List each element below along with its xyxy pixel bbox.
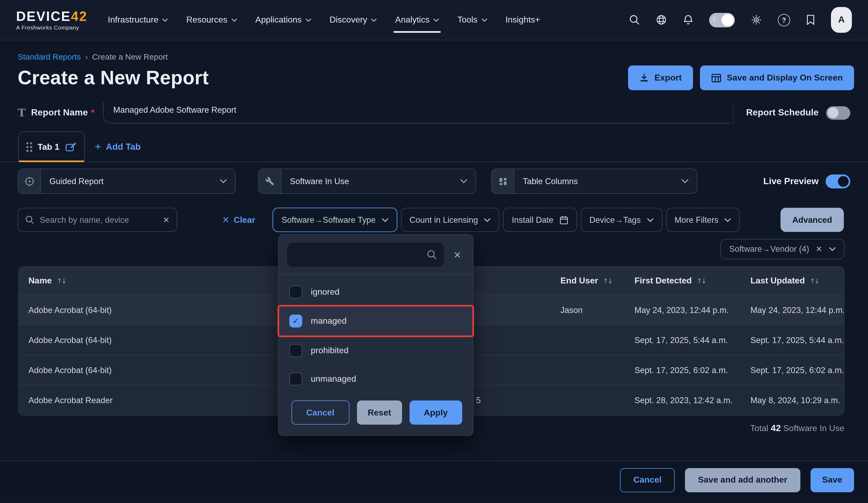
search-input[interactable] <box>40 215 157 225</box>
toggle-knob <box>838 176 849 186</box>
live-preview-toggle[interactable] <box>826 174 850 188</box>
report-schedule-toggle[interactable] <box>826 106 850 120</box>
logo-wordmark: DEVICE42 <box>16 10 87 23</box>
edit-tab-icon[interactable] <box>65 142 76 152</box>
drag-handle-icon[interactable] <box>26 142 32 152</box>
save-button[interactable]: Save <box>810 468 854 492</box>
column-header-first-detected[interactable]: First Detected ↑↓ <box>634 267 747 295</box>
menu-applications[interactable]: Applications <box>255 0 311 40</box>
chevron-down-icon <box>481 18 487 22</box>
data-source-value: Software In Use <box>281 169 460 193</box>
logo-subtitle: A Freshworks Company <box>16 25 87 30</box>
remove-chip-icon[interactable]: ✕ <box>816 244 823 254</box>
close-dropdown-icon[interactable]: ✕ <box>448 249 466 260</box>
view-type-select[interactable]: Table Columns <box>491 168 697 194</box>
filter-install-date[interactable]: Install Date <box>503 208 577 232</box>
user-avatar[interactable]: A <box>831 7 852 33</box>
menu-resources[interactable]: Resources <box>186 0 237 40</box>
report-name-label: Report Name <box>31 107 88 118</box>
software-vendor-chip[interactable]: Software→Vendor (4) ✕ <box>721 239 844 259</box>
clear-filters-button[interactable]: ✕ Clear <box>222 215 255 225</box>
cancel-button[interactable]: Cancel <box>620 468 675 492</box>
filter-device-tags[interactable]: Device→Tags <box>581 208 662 232</box>
checkbox-checked[interactable]: ✓ <box>289 315 302 327</box>
sort-icon: ↑↓ <box>603 277 612 285</box>
save-and-display-button[interactable]: Save and Display On Screen <box>700 65 854 90</box>
option-prohibited[interactable]: prohibited <box>279 336 473 365</box>
chevron-down-icon <box>433 18 439 22</box>
dropdown-search-row: ✕ <box>279 235 473 274</box>
dropdown-apply-button[interactable]: Apply <box>409 400 462 425</box>
report-type-select[interactable]: Guided Report <box>18 168 236 194</box>
checkbox-unchecked[interactable] <box>289 285 302 298</box>
option-unmanaged[interactable]: unmanaged <box>279 365 473 393</box>
chevron-down-icon <box>484 218 491 222</box>
dropdown-cancel-button[interactable]: Cancel <box>291 400 350 425</box>
export-button[interactable]: Export <box>628 65 693 90</box>
report-schedule-label: Report Schedule <box>746 107 819 118</box>
breadcrumb: Standard Reports › Create a New Report <box>18 52 850 61</box>
option-managed-selected[interactable]: ✓ managed <box>279 306 473 336</box>
data-source-select[interactable]: Software In Use <box>258 168 476 194</box>
column-header-last-updated[interactable]: Last Updated ↑↓ <box>751 267 844 295</box>
menu-tools[interactable]: Tools <box>457 0 487 40</box>
search-icon <box>427 250 437 260</box>
software-type-dropdown-panel: ✕ ignored ✓ managed prohibited unmanaged… <box>278 234 474 436</box>
cell-end-user: Jason <box>560 295 630 325</box>
tab-1-label: Tab 1 <box>38 142 59 152</box>
checkbox-unchecked[interactable] <box>289 372 302 385</box>
report-type-value: Guided Report <box>41 169 219 193</box>
help-icon[interactable]: ? <box>778 14 790 26</box>
checkbox-unchecked[interactable] <box>289 344 302 357</box>
column-header-end-user[interactable]: End User ↑↓ <box>560 267 630 295</box>
sort-icon: ↑↓ <box>810 277 819 285</box>
advanced-button[interactable]: Advanced <box>781 208 844 232</box>
wrench-icon <box>259 169 281 193</box>
search-icon[interactable] <box>629 14 640 25</box>
cell-name: Adobe Acrobat Reader <box>19 396 113 405</box>
dropdown-search-wrap <box>287 243 444 267</box>
chevron-down-icon <box>829 247 836 251</box>
device42-app: DEVICE42 A Freshworks Company Infrastruc… <box>0 0 868 503</box>
globe-icon[interactable] <box>655 14 667 26</box>
filter-software-type[interactable]: Software→Software Type <box>273 208 397 232</box>
filter-more-filters[interactable]: More Filters <box>666 208 740 232</box>
table-search-box: ✕ <box>18 208 177 232</box>
cell-name: Adobe Acrobat (64-bit) <box>19 336 112 345</box>
tab-1[interactable]: Tab 1 <box>18 132 84 162</box>
chevron-down-icon <box>219 179 227 184</box>
menu-analytics-active[interactable]: Analytics <box>395 0 439 40</box>
cell-last-updated: May 8, 2024, 10:29 a.m. <box>751 386 844 415</box>
option-ignored[interactable]: ignored <box>279 278 473 306</box>
dropdown-reset-button[interactable]: Reset <box>357 400 402 425</box>
settings-gear-icon[interactable] <box>751 14 762 26</box>
moon-icon: ☾ <box>712 15 719 23</box>
report-config-row: Guided Report Software In Use Table Colu… <box>18 168 850 194</box>
breadcrumb-standard-reports[interactable]: Standard Reports <box>18 52 81 61</box>
menu-infrastructure[interactable]: Infrastructure <box>108 0 168 40</box>
report-name-row: T Report Name * Report Schedule <box>18 102 850 123</box>
table-icon <box>711 73 722 82</box>
theme-toggle[interactable]: ☾ <box>709 13 735 27</box>
notifications-bell-icon[interactable] <box>683 14 694 26</box>
close-icon: ✕ <box>222 215 229 225</box>
toggle-knob <box>828 107 838 118</box>
dropdown-search-input[interactable] <box>287 243 444 267</box>
page-title: Create a New Report <box>18 66 209 89</box>
menu-insights-plus[interactable]: Insights+ <box>505 0 540 40</box>
device42-logo[interactable]: DEVICE42 A Freshworks Company <box>16 10 87 30</box>
bookmark-icon[interactable] <box>806 14 815 26</box>
menu-discovery[interactable]: Discovery <box>330 0 377 40</box>
save-and-add-another-button[interactable]: Save and add another <box>685 468 800 492</box>
filter-count-in-licensing[interactable]: Count in Licensing <box>401 208 499 232</box>
required-asterisk: * <box>91 108 94 117</box>
clear-search-icon[interactable]: ✕ <box>163 215 169 225</box>
cell-first-detected: Sept. 28, 2023, 12:42 a.m. <box>634 386 747 415</box>
report-name-input[interactable] <box>104 102 731 115</box>
report-name-field-wrap <box>103 102 731 123</box>
cell-last-updated: Sept. 17, 2025, 6:02 a.m. <box>751 356 844 386</box>
add-tab-button[interactable]: + Add Tab <box>95 141 141 153</box>
download-icon <box>639 73 649 83</box>
breadcrumb-current: Create a New Report <box>92 52 168 61</box>
report-name-label-group: T Report Name * <box>18 102 103 123</box>
